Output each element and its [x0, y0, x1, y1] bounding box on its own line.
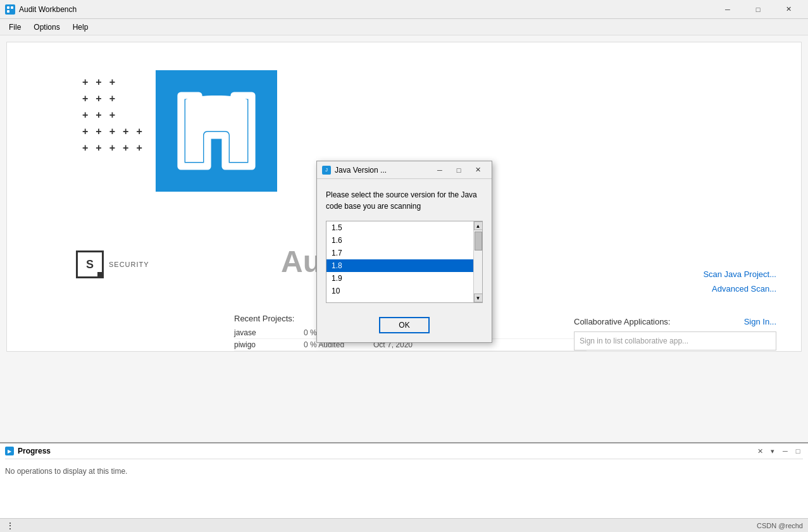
ok-button[interactable]: OK — [379, 317, 430, 333]
app-icon — [5, 4, 15, 15]
scan-java-link[interactable]: Scan Java Project... — [703, 269, 776, 279]
close-button[interactable]: ✕ — [774, 0, 803, 19]
status-brand: CSDN @rechd — [757, 522, 803, 529]
java-version-dialog: J Java Version ... ─ □ ✕ Please select t… — [316, 161, 492, 343]
list-item[interactable]: 1.5 — [326, 221, 473, 234]
window-controls: ─ □ ✕ — [713, 0, 803, 19]
svg-rect-0 — [7, 6, 9, 9]
dialog-message: Please select the source version for the… — [326, 189, 483, 212]
list-item[interactable]: 10 — [326, 285, 473, 297]
progress-actions: ✕ ▾ ─ □ — [755, 446, 803, 456]
scroll-thumb[interactable] — [475, 232, 482, 251]
scroll-down-button[interactable]: ▼ — [474, 294, 483, 302]
progress-panel: ▶ Progress ✕ ▾ ─ □ No operations to disp… — [0, 442, 808, 518]
menu-help[interactable]: Help — [66, 20, 95, 34]
dialog-footer: OK — [317, 312, 492, 342]
collab-area: Collaborative Applications: Sign In... S… — [574, 317, 776, 350]
dialog-minimize-button[interactable]: ─ — [431, 163, 449, 177]
svg-rect-1 — [11, 6, 13, 9]
collab-title-text: Collaborative Applications: — [574, 317, 670, 326]
menu-bar: File Options Help — [0, 19, 808, 35]
main-area: +++ +++ +++ +++++ +++++ S SECURITY Au Sc… — [0, 35, 808, 442]
project-name: javase — [234, 328, 297, 337]
dialog-title: Java Version ... — [335, 166, 431, 175]
audit-title: Au — [281, 244, 321, 279]
progress-action2[interactable]: ─ — [780, 446, 790, 456]
dialog-body: Please select the source version for the… — [317, 179, 492, 312]
listbox-scrollbar[interactable]: ▲ ▼ — [473, 221, 482, 302]
progress-action3[interactable]: □ — [793, 446, 803, 456]
scroll-up-button[interactable]: ▲ — [474, 221, 483, 230]
dialog-icon: J — [322, 166, 331, 175]
version-list: 1.5 1.6 1.7 1.8 1.9 10 — [326, 221, 473, 297]
status-bar: ⋮ CSDN @rechd — [0, 518, 808, 532]
dialog-controls: ─ □ ✕ — [431, 163, 487, 177]
collab-box: Sign in to list collaborative app... — [574, 331, 776, 350]
dialog-title-bar: J Java Version ... ─ □ ✕ — [317, 161, 492, 179]
menu-file[interactable]: File — [3, 20, 27, 34]
progress-header: ▶ Progress ✕ ▾ ─ □ — [5, 446, 803, 459]
project-name: piwigo — [234, 340, 297, 349]
security-badge: S SECURITY — [76, 251, 149, 278]
security-icon: S — [76, 251, 104, 278]
dialog-close-button[interactable]: ✕ — [469, 163, 487, 177]
list-item[interactable]: 1.6 — [326, 234, 473, 247]
right-links: Scan Java Project... Advanced Scan... — [703, 269, 776, 294]
sign-in-link[interactable]: Sign In... — [744, 317, 776, 326]
progress-title: Progress — [18, 447, 51, 455]
menu-options[interactable]: Options — [27, 20, 66, 34]
status-dots: ⋮ — [5, 521, 15, 531]
list-item-selected[interactable]: 1.8 — [326, 259, 473, 272]
svg-rect-2 — [7, 10, 9, 13]
maximize-button[interactable]: □ — [743, 0, 773, 19]
advanced-scan-link[interactable]: Advanced Scan... — [712, 284, 776, 294]
collab-header: Collaborative Applications: Sign In... — [574, 317, 776, 326]
collab-placeholder: Sign in to list collaborative app... — [580, 337, 688, 345]
progress-minimize-button[interactable]: ✕ — [755, 446, 765, 456]
list-item[interactable]: 1.7 — [326, 247, 473, 259]
window-title: Audit Workbench — [19, 5, 713, 14]
progress-message: No operations to display at this time. — [5, 462, 803, 481]
progress-action1[interactable]: ▾ — [768, 446, 778, 456]
list-item[interactable]: 1.9 — [326, 272, 473, 285]
version-listbox[interactable]: 1.5 1.6 1.7 1.8 1.9 10 ▲ ▼ — [326, 221, 483, 303]
minimize-button[interactable]: ─ — [713, 0, 742, 19]
app-logo — [156, 70, 277, 192]
dialog-maximize-button[interactable]: □ — [450, 163, 468, 177]
security-label: SECURITY — [109, 261, 149, 268]
progress-icon: ▶ — [5, 447, 14, 455]
title-bar: Audit Workbench ─ □ ✕ — [0, 0, 808, 19]
